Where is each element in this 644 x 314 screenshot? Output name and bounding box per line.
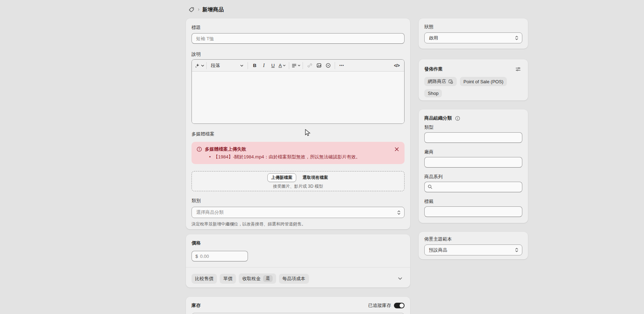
chevron-down-icon: [240, 65, 243, 67]
caret-updown-icon: [515, 248, 518, 252]
pricing-heading: 價格: [192, 240, 405, 246]
description-editor-body[interactable]: [192, 72, 404, 124]
category-select[interactable]: 選擇商品分類: [192, 207, 405, 218]
theme-template-card: 佈景主題範本 預設商品: [419, 232, 528, 259]
media-accept-hint: 接受圖片、影片或 3D 模型: [273, 184, 323, 189]
track-inventory-label: 已追蹤庫存: [368, 303, 391, 308]
error-bullet: •: [209, 154, 211, 160]
sidebar: 狀態 啟用 發佈作業 網路商店: [419, 18, 528, 259]
link-icon: [307, 63, 312, 68]
text-color-button[interactable]: A: [278, 61, 287, 70]
toolbar-divider: [206, 62, 207, 69]
inventory-card: 庫存 已追蹤庫存: [186, 297, 410, 314]
dismiss-error-button[interactable]: [393, 146, 400, 153]
select-existing-file-button[interactable]: 選取現有檔案: [302, 174, 329, 181]
error-detail: 【1984】-關於1984.mp4：由於檔案類型無效，所以無法確認影片有效。: [214, 154, 360, 160]
caret-updown-icon: [515, 36, 518, 40]
type-label: 類型: [424, 125, 522, 130]
publishing-heading: 發佈作業: [424, 66, 443, 72]
organization-card: 商品組織分類 類型 廠商 商品系列 標籤: [419, 109, 528, 223]
error-title: 多媒體檔案上傳失敗: [205, 146, 246, 152]
channel-online-store: 網路商店: [424, 77, 457, 86]
currency-prefix: $: [195, 254, 198, 259]
caret-updown-icon: [397, 210, 401, 215]
product-details-card: 標題 說明 段落 B I U: [186, 18, 410, 229]
alert-circle-icon: [196, 146, 202, 152]
media-label: 多媒體檔案: [192, 131, 405, 137]
divider: [186, 267, 410, 267]
title-label: 標題: [192, 25, 405, 30]
adjustments-icon: [515, 66, 521, 72]
more-formatting-button[interactable]: ⋯: [337, 61, 346, 70]
unit-price-chip[interactable]: 單價: [220, 274, 236, 284]
products-tag-icon[interactable]: [188, 6, 195, 13]
status-label: 狀態: [424, 24, 522, 30]
underline-button[interactable]: U: [268, 61, 278, 70]
organization-heading: 商品組織分類: [424, 115, 452, 121]
collections-search-input[interactable]: [424, 182, 522, 192]
category-label: 類別: [192, 198, 405, 204]
chevron-down-icon: [298, 65, 300, 66]
breadcrumb-chevron-icon: ›: [198, 7, 200, 12]
chevron-down-icon: [201, 65, 204, 67]
chevron-down-icon: [398, 277, 402, 280]
breadcrumb: › 新增商品: [188, 6, 224, 13]
italic-button[interactable]: I: [259, 61, 268, 70]
price-placeholder: 0.00: [200, 254, 209, 259]
publishing-card: 發佈作業 網路商店 Point of Sale (POS): [419, 59, 528, 101]
type-input[interactable]: [424, 132, 522, 143]
vendor-input[interactable]: [424, 157, 522, 168]
status-card: 狀態 啟用: [419, 18, 528, 49]
media-upload-error-banner: 多媒體檔案上傳失敗 • 【1984】-關於1984.mp4：由於檔案類型無效，所…: [192, 142, 405, 164]
channel-shop: Shop: [424, 89, 442, 97]
calendar-clock-icon: [448, 79, 453, 84]
video-play-icon: [326, 63, 331, 68]
insert-video-button[interactable]: [323, 61, 333, 70]
category-help-text: 決定稅率並新增中繼欄位，以改善搜尋、篩選和跨管道銷售。: [192, 222, 405, 227]
theme-template-select[interactable]: 預設商品: [424, 244, 522, 255]
title-input[interactable]: [192, 33, 405, 44]
collections-label: 商品系列: [424, 174, 522, 180]
search-icon: [427, 184, 433, 189]
manage-channels-button[interactable]: [514, 65, 522, 73]
bold-button[interactable]: B: [250, 61, 259, 70]
tags-label: 標籤: [424, 199, 522, 204]
toolbar-divider: [303, 62, 303, 69]
pricing-card: 價格 $ 0.00 比較售價 單價 收取稅金 是 每品項成本: [186, 234, 410, 288]
channel-pos: Point of Sale (POS): [460, 77, 507, 86]
tags-input[interactable]: [424, 206, 522, 217]
paragraph-style-dropdown[interactable]: 段落: [209, 61, 245, 70]
track-inventory-toggle[interactable]: [394, 303, 405, 308]
toolbar-divider: [335, 62, 335, 69]
chevron-down-icon: [283, 65, 286, 66]
status-select[interactable]: 啟用: [424, 32, 522, 43]
inventory-heading: 庫存: [192, 302, 201, 309]
charge-tax-chip[interactable]: 收取稅金 是: [239, 273, 276, 284]
close-icon: [395, 147, 399, 151]
description-label: 說明: [192, 52, 405, 57]
media-dropzone[interactable]: 上傳新檔案 選取現有檔案 接受圖片、影片或 3D 模型: [192, 171, 405, 191]
magic-ai-button[interactable]: [195, 61, 204, 70]
compare-at-price-chip[interactable]: 比較售價: [192, 274, 217, 284]
toolbar-divider: [248, 62, 248, 69]
page-title: 新增商品: [202, 6, 224, 13]
editor-toolbar: 段落 B I U A: [192, 60, 404, 72]
link-button[interactable]: [305, 61, 314, 70]
expand-pricing-button[interactable]: [395, 274, 405, 283]
vendor-label: 廠商: [424, 149, 522, 155]
toolbar-divider: [289, 62, 289, 69]
show-html-button[interactable]: </>: [392, 61, 401, 70]
price-field[interactable]: $ 0.00: [192, 251, 248, 261]
theme-template-label: 佈景主題範本: [424, 236, 522, 242]
align-left-icon: [292, 64, 297, 68]
charge-tax-value: 是: [263, 275, 273, 282]
alignment-button[interactable]: [291, 61, 300, 70]
main-column: 標題 說明 段落 B I U: [186, 18, 410, 314]
info-icon[interactable]: [454, 115, 461, 121]
image-icon: [316, 63, 322, 68]
cost-per-item-chip[interactable]: 每品項成本: [279, 274, 309, 284]
description-editor: 段落 B I U A: [192, 59, 405, 124]
insert-image-button[interactable]: [314, 61, 323, 70]
upload-new-file-button[interactable]: 上傳新檔案: [267, 173, 296, 182]
